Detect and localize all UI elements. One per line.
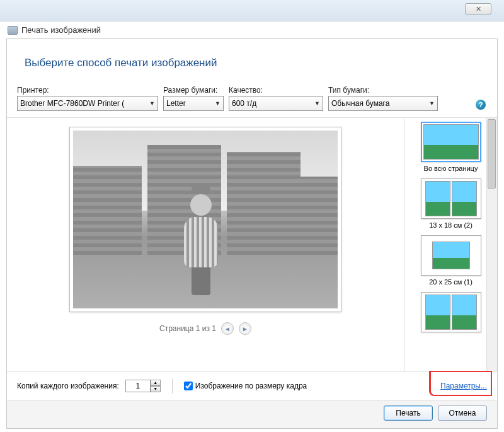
layout-label: Во всю страницу: [406, 165, 496, 172]
layout-label: 13 x 18 см (2): [406, 221, 496, 229]
pager-label: Страница 1 из 1: [159, 324, 216, 333]
layout-13x18[interactable]: 13 x 18 см (2): [406, 178, 496, 229]
copies-spinner[interactable]: ▲▼: [125, 380, 161, 392]
fit-to-frame-checkbox[interactable]: Изображение по размеру кадра: [184, 382, 307, 390]
printer-label: Принтер:: [17, 86, 158, 95]
help-icon[interactable]: ?: [476, 100, 486, 110]
title-bar: ✕: [0, 0, 504, 21]
quality-select[interactable]: 600 т/д▼: [229, 96, 323, 111]
preview-frame: [69, 127, 341, 312]
layout-20x25[interactable]: 20 x 25 см (1): [406, 235, 496, 286]
spin-down-icon[interactable]: ▼: [151, 386, 161, 392]
layout-label: 20 x 25 см (1): [406, 278, 496, 286]
window-close-button[interactable]: ✕: [465, 3, 491, 15]
parameters-link[interactable]: Параметры...: [440, 382, 487, 390]
prev-page-button[interactable]: ◄: [221, 322, 234, 335]
main-area: Страница 1 из 1 ◄ ► Во всю страницу 13 x…: [7, 118, 497, 371]
paper-size-select[interactable]: Letter▼: [163, 96, 224, 111]
chevron-down-icon: ▼: [149, 100, 155, 107]
layouts-scrollbar[interactable]: [486, 118, 497, 371]
dialog-body: Выберите способ печати изображений Принт…: [6, 38, 498, 429]
window-title-text: Печать изображений: [21, 25, 101, 35]
fit-label: Изображение по размеру кадра: [195, 382, 307, 390]
paper-type-select[interactable]: Обычная бумага▼: [328, 96, 438, 111]
next-page-button[interactable]: ►: [239, 322, 251, 335]
chevron-down-icon: ▼: [429, 100, 435, 107]
fit-checkbox-input[interactable]: [184, 382, 193, 390]
spin-up-icon[interactable]: ▲: [151, 380, 161, 386]
layout-next[interactable]: [406, 292, 496, 332]
separator: [172, 378, 173, 394]
preview-photo: [73, 131, 338, 308]
paper-size-label: Размер бумаги:: [163, 86, 224, 95]
chevron-down-icon: ▼: [314, 100, 320, 107]
options-row: Принтер: Brother MFC-7860DW Printer ( ▼ …: [7, 86, 497, 115]
layout-full-page[interactable]: Во всю страницу: [406, 122, 496, 172]
cancel-button[interactable]: Отмена: [438, 406, 487, 421]
scrollbar-thumb[interactable]: [488, 119, 496, 189]
printer-icon: [8, 26, 18, 35]
quality-label: Качество:: [229, 86, 323, 95]
instruction-heading: Выберите способ печати изображений: [7, 39, 497, 86]
preview-column: Страница 1 из 1 ◄ ►: [7, 118, 404, 371]
copies-label: Копий каждого изображения:: [17, 382, 119, 390]
layouts-column: Во всю страницу 13 x 18 см (2) 20 x 25 с…: [404, 118, 497, 371]
pager: Страница 1 из 1 ◄ ►: [159, 322, 251, 335]
chevron-down-icon: ▼: [215, 100, 220, 107]
paper-type-label: Тип бумаги:: [328, 86, 438, 95]
printer-select[interactable]: Brother MFC-7860DW Printer ( ▼: [17, 96, 158, 111]
window-title-row: Печать изображений: [0, 21, 504, 38]
copies-input[interactable]: [125, 380, 151, 392]
print-button[interactable]: Печать: [384, 406, 433, 421]
action-row: Печать Отмена: [7, 400, 497, 428]
bottom-row: Копий каждого изображения: ▲▼ Изображени…: [7, 371, 497, 400]
